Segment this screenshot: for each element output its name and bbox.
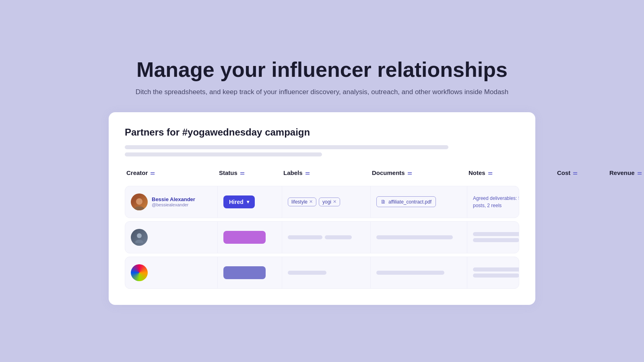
label-yogi-remove[interactable]: ✕ xyxy=(333,199,336,204)
search-bar-narrow xyxy=(125,152,322,156)
document-icon: 🗎 xyxy=(381,199,386,205)
status-hired-button[interactable]: Hired ▾ xyxy=(223,195,255,208)
avatar-3 xyxy=(131,264,148,281)
avatar-2 xyxy=(131,229,148,246)
skel-doc-2 xyxy=(376,235,453,239)
filter-icon-creator[interactable]: ⚌ xyxy=(150,170,155,176)
cell-status-1: Hired ▾ xyxy=(218,186,282,218)
col-header-revenue[interactable]: Revenue ⚌ xyxy=(609,169,644,176)
label-yogi: yogi xyxy=(322,199,331,205)
filter-icon-documents[interactable]: ⚌ xyxy=(407,170,412,176)
col-header-labels[interactable]: Labels ⚌ xyxy=(283,169,372,176)
cell-status-3 xyxy=(218,257,282,288)
filter-icon-labels[interactable]: ⚌ xyxy=(305,170,310,176)
filter-icon-notes[interactable]: ⚌ xyxy=(488,170,493,176)
svg-point-3 xyxy=(135,240,143,243)
label-tag-lifestyle[interactable]: lifestyle ✕ xyxy=(288,197,316,206)
cell-labels-2 xyxy=(282,222,371,253)
creator-cell-2 xyxy=(131,229,152,246)
label-tag-yogi[interactable]: yogi ✕ xyxy=(319,197,340,206)
hero-title: Manage your influencer relationships xyxy=(136,58,508,82)
col-label-revenue: Revenue xyxy=(609,169,635,176)
cell-status-2 xyxy=(218,222,282,253)
skel-doc-3 xyxy=(376,271,444,275)
cell-creator-3 xyxy=(125,257,218,288)
skel-labels-2 xyxy=(288,235,365,239)
cell-documents-2 xyxy=(371,222,467,253)
table-row: Bessie Alexander @bessiealexander Hired … xyxy=(125,186,519,218)
search-bars xyxy=(125,145,519,156)
label-lifestyle-remove[interactable]: ✕ xyxy=(309,199,313,204)
cell-labels-3 xyxy=(282,257,371,288)
col-header-creator[interactable]: Creator ⚌ xyxy=(126,169,219,176)
col-label-notes: Notes xyxy=(469,169,485,176)
filter-icon-status[interactable]: ⚌ xyxy=(240,170,245,176)
cell-notes-3 xyxy=(467,257,519,288)
table-body: Bessie Alexander @bessiealexander Hired … xyxy=(125,186,519,289)
col-label-status: Status xyxy=(219,169,237,176)
skel-status-3 xyxy=(223,266,266,279)
cell-creator-1: Bessie Alexander @bessiealexander xyxy=(125,186,218,218)
avatar-bessie xyxy=(131,193,148,210)
svg-point-2 xyxy=(137,233,142,238)
filter-icon-revenue[interactable]: ⚌ xyxy=(637,170,642,176)
creator-cell-1: Bessie Alexander @bessiealexander xyxy=(131,193,195,210)
skel-label-3a xyxy=(288,271,326,275)
cell-documents-3 xyxy=(371,257,467,288)
cell-creator-2 xyxy=(125,222,218,253)
svg-point-1 xyxy=(134,206,144,210)
card-title: Partners for #yogawednesday campaign xyxy=(125,127,519,138)
col-header-notes[interactable]: Notes ⚌ xyxy=(469,169,557,176)
label-lifestyle: lifestyle xyxy=(291,199,308,205)
doc-tag-1[interactable]: 🗎 affiliate_contract.pdf xyxy=(376,196,436,207)
svg-point-0 xyxy=(136,198,142,205)
table-row-skeleton-3 xyxy=(125,257,519,289)
col-header-status[interactable]: Status ⚌ xyxy=(219,169,283,176)
creator-cell-3 xyxy=(131,264,152,281)
skel-label-2b xyxy=(325,235,352,239)
table-header: Creator ⚌ Status ⚌ Labels ⚌ Documents ⚌ … xyxy=(125,169,519,181)
chevron-down-icon: ▾ xyxy=(247,199,249,205)
cell-labels-1: lifestyle ✕ yogi ✕ xyxy=(282,186,371,218)
skel-notes-3 xyxy=(473,267,519,278)
col-label-cost: Cost xyxy=(557,169,570,176)
cell-notes-1: Agreed deliverables: 5 stories, 2 posts,… xyxy=(467,186,519,218)
labels-cell-1: lifestyle ✕ yogi ✕ xyxy=(288,197,340,206)
col-label-creator: Creator xyxy=(126,169,148,176)
skel-note-3a xyxy=(473,267,519,272)
col-header-documents[interactable]: Documents ⚌ xyxy=(372,169,469,176)
col-label-labels: Labels xyxy=(283,169,303,176)
skel-notes-2 xyxy=(473,232,519,242)
skel-note-2b xyxy=(473,238,519,242)
col-label-documents: Documents xyxy=(372,169,405,176)
creator-name-1: Bessie Alexander xyxy=(152,196,195,202)
skel-status-2 xyxy=(223,231,266,244)
cell-documents-1: 🗎 affiliate_contract.pdf xyxy=(371,186,467,218)
skel-label-2a xyxy=(288,235,322,239)
status-hired-label: Hired xyxy=(229,199,244,205)
filter-icon-cost[interactable]: ⚌ xyxy=(573,170,578,176)
search-bar-wide xyxy=(125,145,448,149)
table-row-skeleton-2 xyxy=(125,221,519,253)
skel-labels-3 xyxy=(288,271,365,275)
page-wrapper: Manage your influencer relationships Dit… xyxy=(0,0,644,362)
notes-text-1: Agreed deliverables: 5 stories, 2 posts,… xyxy=(473,195,519,209)
col-header-cost[interactable]: Cost ⚌ xyxy=(557,169,609,176)
doc-filename: affiliate_contract.pdf xyxy=(388,199,431,205)
creator-handle-1: @bessiealexander xyxy=(152,202,195,207)
skel-note-3b xyxy=(473,274,519,278)
skel-note-2a xyxy=(473,232,519,236)
avatar-2-inner xyxy=(131,229,148,246)
creator-info-1: Bessie Alexander @bessiealexander xyxy=(152,196,195,207)
cell-notes-2 xyxy=(467,222,519,253)
main-card: Partners for #yogawednesday campaign Cre… xyxy=(109,112,535,305)
hero-subtitle: Ditch the spreadsheets, and keep track o… xyxy=(136,88,509,96)
